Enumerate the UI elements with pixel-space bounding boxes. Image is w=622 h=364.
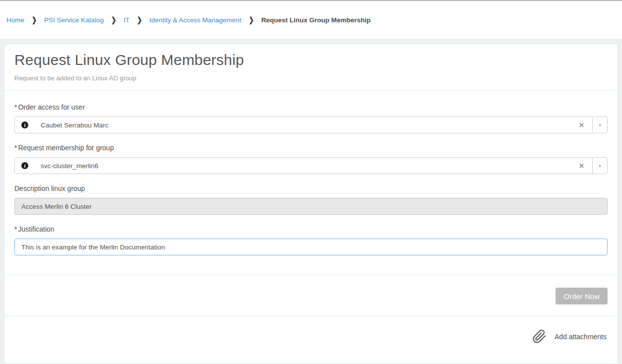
justification-input[interactable] xyxy=(14,239,608,255)
description-field-label-text: Description linux group xyxy=(14,184,85,192)
justification-field-label-text: Justification xyxy=(18,225,54,233)
order-button-row: Order Now xyxy=(4,275,618,316)
breadcrumb-home[interactable]: Home xyxy=(6,16,24,24)
attachments-row: Add attachments xyxy=(4,316,618,364)
breadcrumb-identity-access-management[interactable]: Identity & Access Management xyxy=(149,16,241,24)
breadcrumb-psi-service-katalog[interactable]: PSI Service Katalog xyxy=(44,16,104,24)
info-icon: i xyxy=(21,121,28,128)
add-attachments-label: Add attachments xyxy=(555,333,607,341)
user-lookup-group: i Caubet Serrabou Marc ✕ ▼ xyxy=(14,117,608,133)
user-dropdown-button[interactable]: ▼ xyxy=(592,117,608,133)
required-marker: * xyxy=(14,225,17,233)
user-field-label-text: Order access for user xyxy=(18,103,85,111)
clear-icon[interactable]: ✕ xyxy=(577,121,586,130)
justification-field-label: *Justification xyxy=(14,225,608,233)
description-field-label: Description linux group xyxy=(14,184,608,192)
group-lookup-value: svc-cluster_merlin6 xyxy=(41,162,577,170)
request-form-card: Request Linux Group Membership Request t… xyxy=(4,44,618,364)
chevron-right-icon: ❯ xyxy=(249,15,254,24)
caret-down-icon: ▼ xyxy=(598,123,602,127)
user-lookup-field[interactable]: i Caubet Serrabou Marc ✕ xyxy=(14,117,593,133)
breadcrumb-bar: Home ❯ PSI Service Katalog ❯ IT ❯ Identi… xyxy=(0,0,622,39)
info-icon: i xyxy=(21,162,28,169)
user-lookup-value: Caubet Serrabou Marc xyxy=(41,121,577,129)
clear-icon[interactable]: ✕ xyxy=(577,161,586,171)
header-divider xyxy=(4,90,618,91)
group-field-label-text: Request membership for group xyxy=(18,144,114,152)
user-field-label: *Order access for user xyxy=(14,103,608,111)
breadcrumb: Home ❯ PSI Service Katalog ❯ IT ❯ Identi… xyxy=(6,16,371,24)
chevron-right-icon: ❯ xyxy=(32,15,37,24)
form-header: Request Linux Group Membership Request t… xyxy=(4,44,618,90)
add-attachments-button[interactable]: Add attachments xyxy=(532,329,607,344)
description-field xyxy=(14,198,608,215)
required-marker: * xyxy=(14,144,17,152)
chevron-right-icon: ❯ xyxy=(111,15,116,24)
group-lookup-field[interactable]: i svc-cluster_merlin6 ✕ xyxy=(14,157,593,174)
group-dropdown-button[interactable]: ▼ xyxy=(592,157,608,174)
form-fields-section: *Order access for user i Caubet Serrabou… xyxy=(4,103,618,275)
paperclip-icon xyxy=(532,329,547,344)
caret-down-icon: ▼ xyxy=(598,164,602,168)
page-subtitle: Request to be added to an Linux AD group xyxy=(14,74,608,82)
order-now-button[interactable]: Order Now xyxy=(556,288,608,304)
required-marker: * xyxy=(14,103,17,111)
breadcrumb-current-page: Request Linux Group Membership xyxy=(261,16,371,24)
breadcrumb-it[interactable]: IT xyxy=(124,16,129,24)
page-title: Request Linux Group Membership xyxy=(14,52,608,68)
group-field-label: *Request membership for group xyxy=(14,144,608,152)
chevron-right-icon: ❯ xyxy=(137,15,142,24)
group-lookup-group: i svc-cluster_merlin6 ✕ ▼ xyxy=(14,157,608,174)
